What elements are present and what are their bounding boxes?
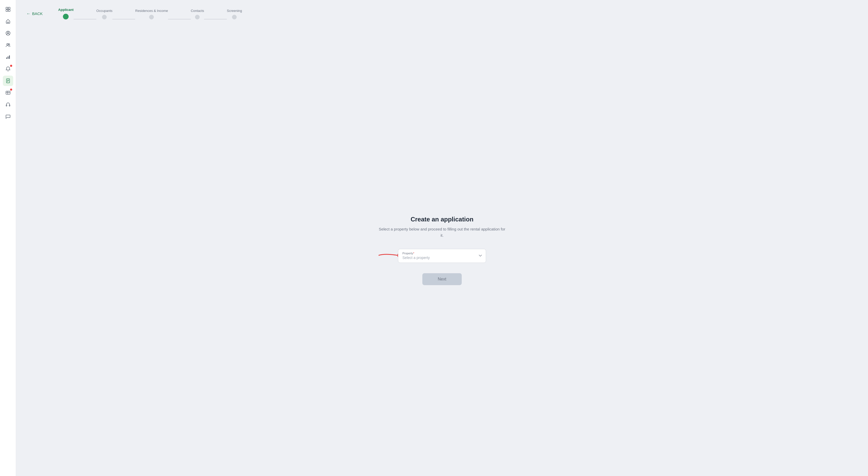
wizard-header: ← BACK Applicant Occupants Residences & … bbox=[16, 0, 868, 25]
step-line-3 bbox=[168, 19, 191, 20]
svg-rect-8 bbox=[6, 58, 7, 59]
document-icon[interactable] bbox=[3, 76, 13, 86]
step-screening-label: Screening bbox=[227, 9, 242, 13]
svg-point-7 bbox=[8, 44, 9, 45]
step-residences[interactable]: Residences & Income bbox=[135, 9, 168, 20]
person-circle-icon[interactable] bbox=[3, 28, 13, 38]
svg-rect-9 bbox=[7, 56, 8, 59]
arrow-annotation bbox=[377, 251, 401, 261]
property-placeholder: Select a property bbox=[402, 256, 430, 260]
step-line-1 bbox=[73, 19, 96, 20]
property-select[interactable]: Property* Select a property bbox=[398, 249, 486, 263]
svg-point-5 bbox=[7, 32, 9, 33]
step-contacts-dot bbox=[195, 15, 200, 20]
property-form-group: Property* Select a property bbox=[398, 249, 486, 263]
svg-rect-3 bbox=[8, 9, 10, 11]
step-screening-dot bbox=[232, 15, 237, 20]
step-line-2 bbox=[113, 19, 135, 20]
svg-point-6 bbox=[7, 43, 8, 45]
step-applicant-dot bbox=[63, 14, 69, 20]
steps-row: Applicant Occupants Residences & Income … bbox=[58, 8, 242, 20]
home-icon[interactable] bbox=[3, 16, 13, 26]
table-badge bbox=[10, 89, 12, 91]
step-contacts-label: Contacts bbox=[191, 9, 204, 13]
next-button[interactable]: Next bbox=[422, 273, 462, 285]
step-occupants-dot bbox=[102, 15, 107, 20]
form-title: Create an application bbox=[411, 216, 474, 223]
step-screening[interactable]: Screening bbox=[227, 9, 242, 20]
annotation-arrow-svg bbox=[377, 251, 401, 260]
property-label: Property* bbox=[402, 252, 482, 255]
grid-icon[interactable] bbox=[3, 4, 13, 14]
headset-icon[interactable] bbox=[3, 99, 13, 110]
back-link[interactable]: ← BACK bbox=[26, 11, 43, 16]
svg-rect-10 bbox=[9, 55, 10, 59]
table-icon[interactable] bbox=[3, 88, 13, 98]
notification-icon[interactable] bbox=[3, 64, 13, 74]
chart-icon[interactable] bbox=[3, 52, 13, 62]
users-icon[interactable] bbox=[3, 40, 13, 50]
step-applicant[interactable]: Applicant bbox=[58, 8, 73, 20]
chat-icon[interactable] bbox=[3, 111, 13, 122]
svg-rect-0 bbox=[6, 7, 8, 9]
step-contacts[interactable]: Contacts bbox=[191, 9, 204, 20]
step-applicant-label: Applicant bbox=[58, 8, 73, 12]
svg-rect-15 bbox=[6, 91, 10, 94]
main-content: ← BACK Applicant Occupants Residences & … bbox=[16, 0, 868, 476]
svg-rect-18 bbox=[6, 105, 7, 106]
svg-rect-19 bbox=[9, 105, 10, 106]
notification-badge bbox=[10, 65, 12, 67]
back-arrow-icon: ← bbox=[26, 11, 31, 16]
step-line-4 bbox=[204, 19, 227, 20]
sidebar bbox=[0, 0, 16, 476]
content-area: Create an application Select a property … bbox=[16, 25, 868, 476]
chevron-down-icon bbox=[478, 254, 482, 258]
svg-rect-1 bbox=[8, 7, 10, 9]
step-residences-label: Residences & Income bbox=[135, 9, 168, 13]
form-subtitle: Select a property below and proceed to f… bbox=[377, 226, 507, 239]
step-occupants[interactable]: Occupants bbox=[96, 9, 113, 20]
svg-rect-2 bbox=[6, 9, 8, 11]
back-label: BACK bbox=[32, 11, 43, 16]
step-occupants-label: Occupants bbox=[96, 9, 113, 13]
step-residences-dot bbox=[149, 15, 154, 20]
